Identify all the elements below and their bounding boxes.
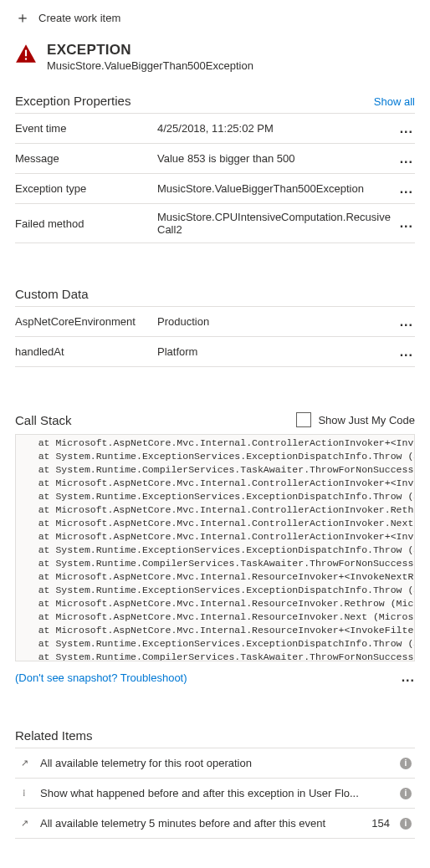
property-value: Value 853 is bigger than 500: [157, 152, 415, 165]
related-item-text: Show what happened before and after this…: [40, 787, 390, 799]
more-icon[interactable]: ...: [400, 121, 413, 136]
related-items-title: Related Items: [15, 728, 93, 743]
create-work-item-label: Create work item: [38, 12, 120, 24]
property-value: MusicStore.ValueBiggerThan500Exception: [157, 182, 415, 195]
custom-data-header: Custom Data: [15, 280, 415, 306]
custom-data-title: Custom Data: [15, 287, 89, 301]
info-icon: i: [400, 818, 412, 830]
property-row: MessageValue 853 is bigger than 500...: [15, 144, 415, 174]
more-icon[interactable]: ...: [400, 314, 413, 329]
call-stack-header: Call Stack Show Just My Code: [15, 404, 415, 434]
property-key: AspNetCoreEnvironment: [15, 315, 157, 328]
warning-triangle-icon: [15, 43, 37, 64]
related-item[interactable]: ↗All available telemetry 5 minutes befor…: [15, 809, 415, 839]
related-item-text: All available telemetry 5 minutes before…: [40, 817, 361, 830]
exception-title: EXCEPTION: [47, 42, 253, 59]
create-work-item-button[interactable]: ＋ Create work item: [15, 0, 415, 37]
related-item[interactable]: ⁞Show what happened before and after thi…: [15, 779, 415, 809]
show-just-my-code-label: Show Just My Code: [318, 414, 415, 426]
exception-subtitle: MusicStore.ValueBiggerThan500Exception: [47, 59, 253, 72]
svg-rect-1: [25, 58, 27, 59]
troubleshoot-link[interactable]: (Don't see snapshot? Troubleshoot): [15, 671, 187, 684]
property-value: Production: [157, 315, 415, 328]
property-value: 4/25/2018, 11:25:02 PM: [157, 122, 415, 135]
property-row: Failed methodMusicStore.CPUIntensiveComp…: [15, 204, 415, 243]
more-icon[interactable]: ...: [400, 151, 413, 166]
related-items-header: Related Items: [15, 722, 415, 748]
property-key: Event time: [15, 122, 157, 135]
svg-rect-0: [25, 50, 27, 57]
property-value: MusicStore.CPUIntensiveComputation.Recus…: [157, 211, 415, 236]
property-row: handledAtPlatform...: [15, 337, 415, 367]
property-key: handledAt: [15, 345, 157, 358]
call-stack-title: Call Stack: [15, 413, 72, 427]
related-item-icon: ↗: [18, 818, 30, 829]
exception-header: EXCEPTION MusicStore.ValueBiggerThan500E…: [15, 37, 415, 87]
property-key: Failed method: [15, 217, 157, 230]
property-key: Message: [15, 152, 157, 165]
exception-properties-header: Exception Properties Show all: [15, 87, 415, 113]
related-item[interactable]: ↗All available telemetry for this root o…: [15, 748, 415, 779]
more-icon[interactable]: ...: [402, 670, 415, 685]
info-icon: i: [400, 788, 412, 799]
property-row: Event time4/25/2018, 11:25:02 PM...: [15, 114, 415, 144]
related-items-list: ↗All available telemetry for this root o…: [15, 748, 415, 839]
exception-properties-table: Event time4/25/2018, 11:25:02 PM...Messa…: [15, 113, 415, 243]
property-key: Exception type: [15, 182, 157, 195]
plus-icon: ＋: [15, 10, 30, 25]
property-row: Exception typeMusicStore.ValueBiggerThan…: [15, 174, 415, 204]
property-row: AspNetCoreEnvironmentProduction...: [15, 307, 415, 337]
more-icon[interactable]: ...: [400, 181, 413, 197]
property-value: Platform: [157, 345, 415, 358]
related-item-icon: ↗: [18, 758, 30, 768]
info-icon: i: [400, 758, 412, 769]
related-item-count: 154: [371, 817, 390, 830]
related-item-icon: ⁞: [18, 788, 30, 799]
exception-properties-title: Exception Properties: [15, 94, 131, 108]
show-just-my-code-checkbox[interactable]: Show Just My Code: [296, 412, 415, 427]
more-icon[interactable]: ...: [400, 345, 413, 360]
related-item-text: All available telemetry for this root op…: [40, 757, 390, 769]
more-icon[interactable]: ...: [400, 216, 413, 231]
show-all-link[interactable]: Show all: [374, 95, 415, 108]
checkbox-icon: [296, 412, 311, 427]
call-stack-pane[interactable]: at Microsoft.AspNetCore.Mvc.Internal.Con…: [15, 434, 415, 661]
custom-data-table: AspNetCoreEnvironmentProduction...handle…: [15, 306, 415, 367]
